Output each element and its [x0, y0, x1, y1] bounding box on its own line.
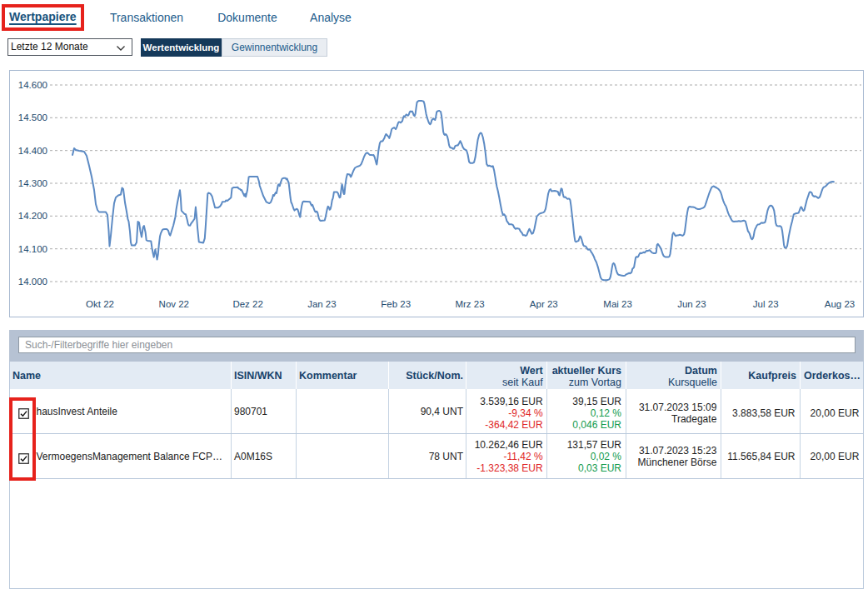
svg-text:14.000: 14.000 [18, 277, 47, 287]
svg-text:Mrz 23: Mrz 23 [455, 299, 484, 309]
svg-text:Jan 23: Jan 23 [307, 299, 337, 309]
svg-text:14.500: 14.500 [18, 112, 47, 122]
svg-text:Nov 22: Nov 22 [159, 299, 189, 309]
svg-text:Apr 23: Apr 23 [530, 299, 558, 309]
svg-text:Okt 22: Okt 22 [86, 299, 114, 309]
svg-text:14.600: 14.600 [18, 80, 47, 90]
svg-text:14.200: 14.200 [18, 211, 47, 221]
svg-text:Aug 23: Aug 23 [825, 299, 855, 309]
svg-text:Dez 22: Dez 22 [232, 299, 262, 309]
svg-text:Jul 23: Jul 23 [753, 299, 779, 309]
svg-text:14.400: 14.400 [18, 146, 47, 156]
svg-text:14.100: 14.100 [18, 244, 47, 254]
svg-text:Feb 23: Feb 23 [381, 299, 411, 309]
svg-text:Mai 23: Mai 23 [603, 299, 632, 309]
svg-text:14.300: 14.300 [18, 178, 47, 188]
svg-text:Jun 23: Jun 23 [677, 299, 706, 309]
